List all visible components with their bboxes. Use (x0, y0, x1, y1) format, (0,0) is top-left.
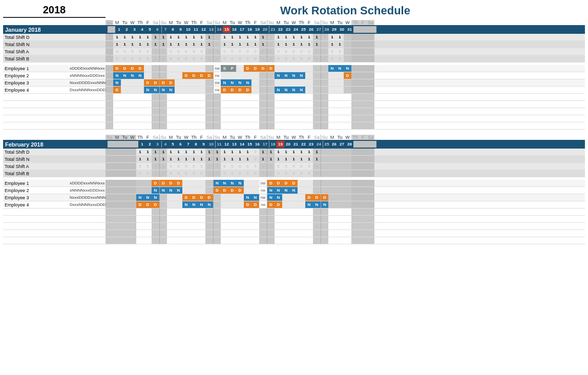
data-cell (282, 194, 290, 201)
row-label: Employee 3 (3, 80, 70, 86)
empty-cell (113, 101, 121, 108)
empty-cell (221, 237, 228, 244)
empty-cell (136, 230, 144, 237)
empty-cell (236, 101, 244, 108)
data-cell: 0 (275, 170, 282, 177)
data-cell: 0 (121, 48, 129, 55)
data-cell: 0 (175, 55, 182, 62)
data-cell: 0 (159, 170, 167, 177)
data-cell: 1 (152, 149, 159, 155)
data-cell: 1 (267, 156, 275, 162)
empty-cell (152, 94, 159, 100)
data-cell: 0 (298, 170, 305, 177)
data-cell (328, 149, 336, 155)
data-cell (175, 72, 182, 79)
data-cell: 1 (259, 41, 267, 48)
empty-cell (359, 209, 367, 215)
empty-cell (321, 115, 328, 122)
data-cell: 0 (205, 55, 213, 62)
data-cell (244, 180, 251, 186)
data-cell (106, 187, 113, 194)
cells-area: 111111111111101111110111111011 (106, 41, 585, 48)
empty-cell (367, 122, 374, 129)
empty-cell (290, 101, 298, 108)
data-cell (167, 65, 175, 72)
empty-cell (205, 108, 213, 115)
data-cell: 1 (298, 41, 305, 48)
data-cell: 1 (129, 41, 136, 48)
empty-cell (113, 115, 121, 122)
data-cell: 1 (236, 156, 244, 162)
data-cell: 0 (290, 48, 298, 55)
empty-cell (144, 230, 152, 237)
empty-cell (313, 94, 321, 100)
empty-cell (228, 115, 236, 122)
empty-cell (198, 216, 205, 222)
empty-cell (328, 230, 336, 237)
data-cell: 0 (305, 163, 313, 170)
data-cell (198, 65, 205, 72)
data-cell (359, 180, 367, 186)
data-cell: 0 (213, 55, 221, 62)
empty-cell (159, 230, 167, 237)
data-cell (198, 79, 205, 86)
empty-cell (175, 94, 182, 100)
data-cell: N (251, 194, 259, 201)
empty-cell (167, 223, 175, 230)
data-cell: 1 (221, 156, 228, 162)
data-cell: N (113, 72, 121, 79)
data-cell: D (113, 65, 121, 72)
header: 2018 Work Rotation Schedule (3, 4, 585, 18)
row-pattern: NxxxDDDDxxxNNN (70, 195, 106, 200)
data-cell: D (205, 194, 213, 201)
row-label: Employee 2 (3, 73, 70, 78)
empty-cell (251, 230, 259, 237)
data-cell: 0 (321, 55, 328, 62)
data-cell: D (251, 65, 259, 72)
data-cell (221, 194, 228, 201)
empty-cell (205, 115, 213, 122)
data-cell: 0 (313, 55, 321, 62)
empty-row (3, 94, 585, 101)
data-cell (351, 170, 359, 177)
data-cell: 0 (190, 48, 198, 55)
empty-cell (367, 101, 374, 108)
empty-cell (328, 237, 336, 244)
empty-cell (244, 223, 251, 230)
data-cell: 1 (205, 156, 213, 162)
empty-cell (228, 94, 236, 100)
empty-cell (175, 115, 182, 122)
data-cell (251, 87, 259, 93)
data-cell (267, 79, 275, 86)
empty-cell (106, 108, 113, 115)
feb-month-label: February 2018 (5, 141, 108, 148)
data-cell (313, 187, 321, 194)
data-cell: 0 (182, 170, 190, 177)
empty-cell (190, 115, 198, 122)
data-cell (121, 194, 129, 201)
data-cell: 1 (182, 34, 190, 40)
data-cell (298, 180, 305, 186)
empty-cell (106, 94, 113, 100)
data-cell: 0 (244, 163, 251, 170)
empty-cell (367, 216, 374, 222)
data-cell (367, 180, 374, 186)
data-cell (367, 34, 374, 40)
empty-cell (328, 122, 336, 129)
data-cell: N (144, 87, 152, 93)
empty-cell (344, 108, 351, 115)
empty-cell (175, 237, 182, 244)
data-cell: D (275, 201, 282, 208)
data-cell (106, 55, 113, 62)
data-cell (367, 201, 374, 208)
empty-cell (344, 101, 351, 108)
empty-cell (305, 122, 313, 129)
data-cell: N (267, 187, 275, 194)
data-cell: 0 (236, 170, 244, 177)
data-cell: D (236, 187, 244, 194)
data-cell: N (328, 65, 336, 72)
data-cell: 1 (305, 41, 313, 48)
data-cell (305, 180, 313, 186)
empty-cell (236, 122, 244, 129)
data-cell: 1 (159, 156, 167, 162)
